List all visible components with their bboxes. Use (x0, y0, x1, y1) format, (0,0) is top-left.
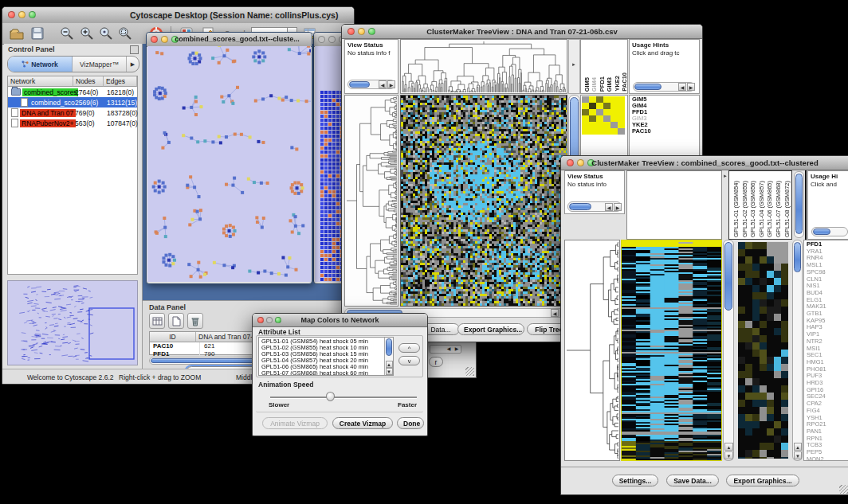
scroll-left-icon[interactable]: ◀ (605, 203, 613, 211)
tv1-zoom-cell[interactable] (610, 109, 618, 115)
scroll-right-icon[interactable]: ▶ (614, 203, 622, 211)
tv2-status-hscroll-thumb[interactable] (569, 203, 591, 210)
tv1-zoom-cell[interactable] (589, 109, 596, 115)
tv1-zoom-cell[interactable] (589, 103, 596, 109)
tv1-zoom-cell[interactable] (596, 115, 603, 122)
zoom-window-icon[interactable] (29, 11, 36, 18)
tv1-zoom-cell[interactable] (618, 115, 625, 122)
tv2-column-label[interactable]: GPL51-02 (GSM855) (741, 181, 749, 237)
network-overview-panel[interactable] (7, 280, 138, 365)
tv1-zoom-cell[interactable] (589, 115, 596, 122)
tv1-zoom-cell[interactable] (618, 128, 625, 135)
tv1-column-label[interactable]: GIM3 (606, 77, 614, 92)
attribute-select-icon[interactable] (149, 313, 165, 329)
tv1-zoom-cell[interactable] (596, 109, 603, 115)
tv1-global-heatmap[interactable] (400, 95, 567, 307)
tv2-column-label[interactable]: GPL51-01 (GSM854) (732, 181, 740, 237)
attribute-list-vscroll-thumb[interactable] (386, 338, 392, 356)
network-tree-row[interactable]: RNAPuberNov2+563(0)107847(0) (8, 118, 137, 128)
main-title-bar[interactable]: Cytoscape Desktop (Session Name: collins… (2, 7, 354, 24)
move-up-button[interactable]: ^ (398, 343, 420, 353)
minimize-icon[interactable] (328, 36, 336, 43)
network1-title-bar[interactable]: combined_scores_good.txt--cluste... (147, 33, 312, 47)
close-icon[interactable] (318, 36, 325, 43)
new-attribute-icon[interactable] (168, 313, 184, 329)
tv1-zoom-cell[interactable] (610, 128, 618, 135)
tv2-vscroll-thumb[interactable] (724, 242, 732, 311)
tv1-column-label[interactable]: PFD1 (599, 76, 607, 92)
sliver-hscrollbar[interactable]: ◀ ▶ (430, 345, 461, 354)
tv1-zoom-cell[interactable] (589, 122, 596, 128)
tv2-row-dendrogram[interactable] (564, 240, 620, 461)
tv1-row-dendrogram-canvas[interactable] (345, 96, 398, 306)
tv1-status-hscroll-thumb[interactable] (349, 81, 370, 88)
tv1-column-label[interactable]: PAC10 (621, 72, 628, 92)
zoom-out-icon[interactable] (59, 25, 75, 45)
tv2-genes-vscrollbar[interactable]: ▲ ▼ (792, 240, 803, 461)
open-icon[interactable] (9, 25, 25, 45)
network-tree-row[interactable]: combined_sco2569(6)13112(15) (8, 97, 137, 107)
tv1-zoom-cell[interactable] (618, 103, 625, 109)
tv2-hints-hscrollbar[interactable] (811, 227, 848, 236)
export-graphics-button[interactable]: Export Graphics... (457, 323, 524, 335)
tv1-zoom-heatmap[interactable] (582, 96, 625, 135)
tv2-column-label[interactable]: GPL51-03 (GSM856) (749, 181, 757, 237)
network1-canvas[interactable] (147, 46, 311, 282)
tv2-column-dendrogram[interactable] (626, 170, 722, 240)
save-data-button[interactable]: Save Data... (666, 475, 719, 486)
id-column-header[interactable]: ID (150, 332, 196, 342)
tv2-heatmap-canvas[interactable] (622, 240, 721, 460)
expand-icon[interactable]: ► (571, 62, 576, 67)
tab-vizmapper[interactable]: VizMapper™ (73, 57, 126, 72)
settings-button[interactable]: Settings... (612, 475, 658, 486)
tv1-row-dendrogram[interactable] (344, 95, 398, 307)
col-header-nodes[interactable]: Nodes (73, 76, 104, 87)
scroll-down-icon[interactable]: ▼ (794, 451, 802, 459)
tv1-zoom-cell[interactable] (610, 103, 618, 109)
tv2-vscrollbar[interactable]: ▲ ▼ (723, 240, 734, 461)
tv1-zoom-cell[interactable] (603, 128, 610, 135)
tv1-column-label[interactable]: YKE2 (614, 76, 622, 92)
move-down-button[interactable]: v (398, 356, 420, 365)
scroll-left-icon[interactable]: ◀ (678, 83, 686, 91)
col-header-network[interactable]: Network (8, 76, 73, 87)
tv1-zoom-cell[interactable] (618, 96, 625, 103)
tv1-zoom-cell[interactable] (582, 96, 589, 103)
tv1-zoom-cell[interactable] (618, 122, 625, 128)
tv1-zoom-cell[interactable] (618, 109, 625, 115)
tv1-zoom-cell[interactable] (596, 96, 603, 103)
col-header-edges[interactable]: Edges (104, 76, 137, 87)
tv2-column-label[interactable]: GPL51-06 (GSM865) (766, 181, 774, 237)
tv1-column-dendrogram-canvas[interactable] (401, 40, 567, 93)
resize-grip[interactable] (465, 367, 474, 376)
close-icon[interactable] (151, 36, 158, 43)
tab-overflow[interactable]: ▶ (126, 57, 139, 72)
tv1-row-label[interactable]: PAC10 (632, 128, 651, 135)
animate-vizmap-button[interactable]: Animate Vizmap (262, 417, 328, 429)
tv1-zoom-cell[interactable] (603, 115, 610, 122)
zoom-fit-icon[interactable] (117, 25, 133, 45)
close-icon[interactable] (8, 11, 15, 18)
speed-slider-track[interactable] (270, 397, 417, 399)
tv1-zoom-cell[interactable] (582, 103, 589, 109)
tv2-gene-label[interactable]: MON2 (807, 456, 826, 461)
tv1-zoom-cell[interactable] (610, 115, 618, 122)
done-button[interactable]: Done (397, 417, 424, 429)
tv2-hints-hscroll-thumb[interactable] (813, 229, 830, 235)
scroll-right-icon[interactable]: ▶ (387, 80, 395, 88)
tv2-zoom-heatmap[interactable] (738, 242, 788, 459)
delete-attribute-icon[interactable] (187, 313, 203, 329)
tv1-zoom-cell[interactable] (596, 128, 603, 135)
tv2-zoom-heatmap-canvas[interactable] (738, 242, 788, 459)
zoom-in-icon[interactable] (79, 25, 95, 45)
scroll-up-icon[interactable]: ▲ (794, 443, 802, 451)
scroll-up-icon[interactable]: ▲ (724, 443, 733, 451)
tv2-genes-vscroll-thumb[interactable] (794, 242, 801, 272)
tv1-zoom-cell[interactable] (582, 122, 589, 128)
attribute-listbox[interactable]: GPL51-01 (GSM854) heat shock 05 minGPL51… (258, 337, 394, 376)
scroll-down-icon[interactable]: ▼ (724, 451, 733, 459)
scroll-right-icon[interactable]: ▶ (687, 83, 695, 91)
tv1-zoom-cell[interactable] (582, 109, 589, 115)
tab-network[interactable]: Network (8, 57, 73, 72)
dialog-title-bar[interactable]: Map Colors to Network (253, 314, 427, 327)
